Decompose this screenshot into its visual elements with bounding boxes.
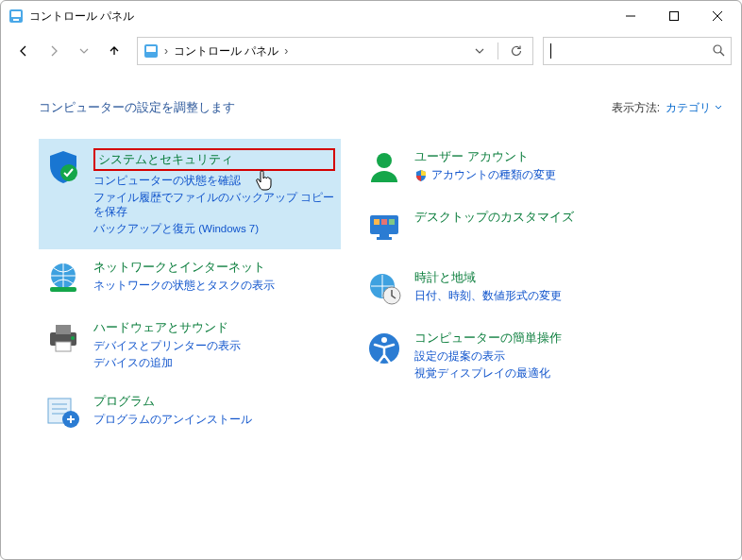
svg-rect-1 xyxy=(11,11,21,17)
user-icon xyxy=(365,148,403,186)
view-label: 表示方法: xyxy=(612,100,660,116)
desktop-icon xyxy=(365,209,403,246)
category-link[interactable]: 設定の提案の表示 xyxy=(414,349,562,364)
printer-icon xyxy=(44,319,82,357)
search-icon[interactable] xyxy=(712,43,725,59)
svg-rect-25 xyxy=(374,219,379,225)
refresh-icon[interactable] xyxy=(506,44,527,58)
category-title[interactable]: ネットワークとインターネット xyxy=(93,259,275,276)
svg-rect-15 xyxy=(56,325,71,334)
programs-icon xyxy=(44,393,82,431)
category-link[interactable]: バックアップと復元 (Windows 7) xyxy=(93,222,335,236)
left-column: システムとセキュリティ コンピューターの状態を確認 ファイル履歴でファイルのバッ… xyxy=(39,139,341,444)
category-ease-of-access[interactable]: コンピューターの簡単操作 設定の提案の表示 視覚ディスプレイの最適化 xyxy=(360,320,662,394)
category-link[interactable]: デバイスの追加 xyxy=(93,356,241,370)
up-button[interactable] xyxy=(101,38,127,64)
accessibility-icon xyxy=(365,330,403,367)
uac-shield-icon xyxy=(414,169,428,182)
category-programs[interactable]: プログラム プログラムのアンインストール xyxy=(39,383,341,444)
category-title[interactable]: デスクトップのカスタマイズ xyxy=(414,209,574,226)
category-title[interactable]: システムとセキュリティ xyxy=(93,148,335,171)
navbar: › コントロール パネル › xyxy=(1,31,741,71)
category-user-accounts[interactable]: ユーザー アカウント アカウントの種類の変更 xyxy=(360,139,662,199)
control-panel-icon xyxy=(143,43,159,59)
category-link[interactable]: プログラムのアンインストール xyxy=(93,413,252,427)
content-area: コンピューターの設定を調整します 表示方法: カテゴリ システムとセキュリティ … xyxy=(1,71,741,463)
svg-rect-29 xyxy=(377,237,392,240)
back-button[interactable] xyxy=(10,38,37,64)
address-path[interactable]: コントロール パネル xyxy=(174,43,278,59)
category-clock-region[interactable]: 時計と地域 日付、時刻、数値形式の変更 xyxy=(360,260,662,320)
category-link[interactable]: デバイスとプリンターの表示 xyxy=(93,339,241,353)
control-panel-icon xyxy=(8,8,24,24)
recent-dropdown[interactable] xyxy=(71,38,97,64)
svg-rect-28 xyxy=(379,234,389,237)
path-sep: › xyxy=(284,44,288,58)
category-link[interactable]: 日付、時刻、数値形式の変更 xyxy=(414,289,562,303)
category-title[interactable]: コンピューターの簡単操作 xyxy=(414,330,562,347)
category-title[interactable]: 時計と地域 xyxy=(414,269,562,286)
category-link[interactable]: 視覚ディスプレイの最適化 xyxy=(414,366,562,381)
svg-rect-26 xyxy=(381,219,387,225)
category-hardware[interactable]: ハードウェアとサウンド デバイスとプリンターの表示 デバイスの追加 xyxy=(39,310,341,383)
svg-point-17 xyxy=(71,336,75,340)
category-link[interactable]: ファイル履歴でファイルのバックアップ コピーを保存 xyxy=(93,191,335,219)
svg-point-23 xyxy=(377,153,392,168)
category-desktop-customize[interactable]: デスクトップのカスタマイズ xyxy=(360,199,662,260)
category-title[interactable]: ハードウェアとサウンド xyxy=(93,319,241,336)
path-sep: › xyxy=(164,44,168,58)
category-link[interactable]: ネットワークの状態とタスクの表示 xyxy=(93,279,275,293)
category-link-text: アカウントの種類の変更 xyxy=(431,168,556,182)
right-column: ユーザー アカウント アカウントの種類の変更 デスクトップのカスタマイズ xyxy=(360,139,662,444)
text-cursor xyxy=(550,43,551,59)
svg-rect-16 xyxy=(56,342,71,351)
minimize-button[interactable] xyxy=(609,1,652,31)
svg-rect-2 xyxy=(13,19,19,21)
category-link[interactable]: アカウントの種類の変更 xyxy=(414,168,556,182)
svg-rect-4 xyxy=(670,12,679,21)
view-value: カテゴリ xyxy=(666,100,711,116)
svg-rect-8 xyxy=(146,46,156,52)
view-dropdown[interactable]: カテゴリ xyxy=(666,100,722,116)
shield-icon xyxy=(44,148,82,186)
svg-point-9 xyxy=(714,45,721,53)
clock-globe-icon xyxy=(365,269,403,307)
category-title[interactable]: ユーザー アカウント xyxy=(414,148,556,165)
globe-icon xyxy=(44,259,82,297)
forward-button[interactable] xyxy=(41,38,67,64)
chevron-down-icon[interactable] xyxy=(469,46,490,56)
svg-line-10 xyxy=(720,52,724,56)
category-system-security[interactable]: システムとセキュリティ コンピューターの状態を確認 ファイル履歴でファイルのバッ… xyxy=(39,139,341,249)
svg-point-33 xyxy=(381,337,387,343)
svg-rect-13 xyxy=(50,287,76,292)
maximize-button[interactable] xyxy=(652,1,696,31)
category-link[interactable]: コンピューターの状態を確認 xyxy=(93,174,335,188)
category-network[interactable]: ネットワークとインターネット ネットワークの状態とタスクの表示 xyxy=(39,249,341,310)
category-title[interactable]: プログラム xyxy=(93,393,252,410)
page-heading: コンピューターの設定を調整します xyxy=(39,99,235,116)
search-box[interactable] xyxy=(543,37,732,65)
titlebar: コントロール パネル xyxy=(1,1,741,31)
close-button[interactable] xyxy=(696,1,739,31)
svg-rect-27 xyxy=(389,219,395,225)
address-bar[interactable]: › コントロール パネル › xyxy=(137,37,533,65)
window-title: コントロール パネル xyxy=(29,8,134,25)
